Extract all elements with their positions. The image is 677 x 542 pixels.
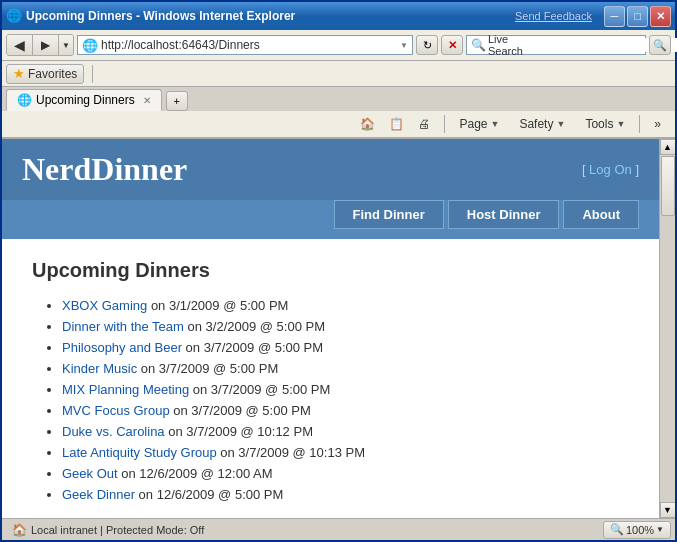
favorites-star-icon: ★ bbox=[13, 66, 25, 81]
nerd-main-content: Upcoming Dinners XBOX Gaming on 3/1/2009… bbox=[2, 239, 659, 518]
page-title: Upcoming Dinners bbox=[32, 259, 629, 282]
list-item: Geek Dinner on 12/6/2009 @ 5:00 PM bbox=[62, 487, 629, 502]
dinner-detail: on 3/7/2009 @ 10:12 PM bbox=[165, 424, 313, 439]
list-item: XBOX Gaming on 3/1/2009 @ 5:00 PM bbox=[62, 298, 629, 313]
print-button[interactable]: 🖨 bbox=[412, 113, 436, 135]
command-bar: 🏠 📋 🖨 Page ▼ Safety ▼ Tools ▼ » bbox=[2, 111, 675, 139]
scroll-down-button[interactable]: ▼ bbox=[660, 502, 676, 518]
browser-window: 🌐 Upcoming Dinners - Windows Internet Ex… bbox=[0, 0, 677, 542]
tab-bar: 🌐 Upcoming Dinners ✕ + bbox=[2, 87, 675, 111]
address-dropdown[interactable]: ▼ bbox=[400, 41, 408, 50]
window-title: Upcoming Dinners - Windows Internet Expl… bbox=[26, 9, 511, 23]
about-nav-button[interactable]: About bbox=[563, 200, 639, 229]
browser-icon: 🌐 bbox=[6, 8, 22, 24]
dinner-detail: on 3/1/2009 @ 5:00 PM bbox=[147, 298, 288, 313]
home-button[interactable]: 🏠 bbox=[354, 113, 381, 135]
login-bracket-close: ] bbox=[632, 162, 639, 177]
scrollbar-track bbox=[660, 155, 676, 502]
login-area: [ Log On ] bbox=[582, 162, 639, 177]
cmd-overflow-button[interactable]: » bbox=[648, 113, 667, 135]
title-bar: 🌐 Upcoming Dinners - Windows Internet Ex… bbox=[2, 2, 675, 30]
cmd-sep-1 bbox=[444, 115, 445, 133]
favorites-bar: ★ Favorites bbox=[2, 61, 675, 87]
scroll-up-button[interactable]: ▲ bbox=[660, 139, 676, 155]
favorites-button[interactable]: ★ Favorites bbox=[6, 64, 84, 84]
forward-button[interactable]: ▶ bbox=[33, 34, 59, 56]
dinner-link[interactable]: Geek Out bbox=[62, 466, 118, 481]
fav-separator bbox=[92, 65, 93, 83]
nerd-nav: Find Dinner Host Dinner About bbox=[2, 200, 659, 239]
favorites-label: Favorites bbox=[28, 67, 77, 81]
nerd-dinner-logo: NerdDinner bbox=[22, 151, 187, 188]
zone-icon: 🏠 bbox=[12, 523, 27, 537]
tab-label: Upcoming Dinners bbox=[36, 93, 135, 107]
tools-menu-button[interactable]: Tools ▼ bbox=[579, 113, 631, 135]
dinner-detail: on 3/7/2009 @ 10:13 PM bbox=[217, 445, 365, 460]
zoom-button[interactable]: 🔍 100% ▼ bbox=[603, 521, 671, 539]
host-dinner-nav-button[interactable]: Host Dinner bbox=[448, 200, 560, 229]
stop-button[interactable]: ✕ bbox=[441, 35, 463, 55]
search-go-button[interactable]: 🔍 bbox=[649, 35, 671, 55]
dinner-detail: on 3/7/2009 @ 5:00 PM bbox=[170, 403, 311, 418]
list-item: MIX Planning Meeting on 3/7/2009 @ 5:00 … bbox=[62, 382, 629, 397]
address-bar: 🌐 http://localhost:64643/Dinners ▼ ↻ ✕ bbox=[77, 34, 463, 56]
status-zone: 🏠 Local intranet | Protected Mode: Off bbox=[6, 523, 603, 537]
dinner-link[interactable]: Geek Dinner bbox=[62, 487, 135, 502]
dinner-link[interactable]: Dinner with the Team bbox=[62, 319, 184, 334]
close-button[interactable]: ✕ bbox=[650, 6, 671, 27]
nerd-dinner-page: NerdDinner [ Log On ] Find Dinner Host D… bbox=[2, 139, 659, 518]
dinner-detail: on 3/7/2009 @ 5:00 PM bbox=[182, 340, 323, 355]
dinner-detail: on 3/7/2009 @ 5:00 PM bbox=[189, 382, 330, 397]
address-icon: 🌐 bbox=[82, 38, 98, 53]
new-tab-button[interactable]: + bbox=[166, 91, 188, 111]
dinner-link[interactable]: MIX Planning Meeting bbox=[62, 382, 189, 397]
minimize-button[interactable]: ─ bbox=[604, 6, 625, 27]
dinner-link[interactable]: Duke vs. Carolina bbox=[62, 424, 165, 439]
live-search-label: Live Search bbox=[488, 33, 523, 57]
dinner-link[interactable]: Philosophy and Beer bbox=[62, 340, 182, 355]
window-controls: ─ □ ✕ bbox=[604, 6, 671, 27]
page-dropdown-icon: ▼ bbox=[491, 119, 500, 129]
status-bar: 🏠 Local intranet | Protected Mode: Off 🔍… bbox=[2, 518, 675, 540]
dinner-list: XBOX Gaming on 3/1/2009 @ 5:00 PM Dinner… bbox=[32, 298, 629, 502]
search-area: 🔍 Live Search ▼ 🔍 bbox=[466, 34, 671, 56]
status-right: 🔍 100% ▼ bbox=[603, 521, 671, 539]
nav-dropdown-button[interactable]: ▼ bbox=[59, 34, 73, 56]
tools-dropdown-icon: ▼ bbox=[616, 119, 625, 129]
browser-content: NerdDinner [ Log On ] Find Dinner Host D… bbox=[2, 139, 675, 518]
send-feedback-link[interactable]: Send Feedback bbox=[515, 10, 592, 22]
maximize-button[interactable]: □ bbox=[627, 6, 648, 27]
live-search-icon: 🔍 bbox=[471, 38, 486, 52]
status-text: Local intranet | Protected Mode: Off bbox=[31, 524, 204, 536]
safety-menu-button[interactable]: Safety ▼ bbox=[513, 113, 571, 135]
page-content: NerdDinner [ Log On ] Find Dinner Host D… bbox=[2, 139, 659, 518]
dinner-link[interactable]: Kinder Music bbox=[62, 361, 137, 376]
toolbar-area: ◀ ▶ ▼ 🌐 http://localhost:64643/Dinners ▼… bbox=[2, 30, 675, 61]
list-item: Philosophy and Beer on 3/7/2009 @ 5:00 P… bbox=[62, 340, 629, 355]
list-item: Geek Out on 12/6/2009 @ 12:00 AM bbox=[62, 466, 629, 481]
vertical-scrollbar: ▲ ▼ bbox=[659, 139, 675, 518]
dinner-link[interactable]: MVC Focus Group bbox=[62, 403, 170, 418]
feeds-button[interactable]: 📋 bbox=[383, 113, 410, 135]
address-box: 🌐 http://localhost:64643/Dinners ▼ bbox=[77, 35, 413, 55]
nav-bar: ◀ ▶ ▼ 🌐 http://localhost:64643/Dinners ▼… bbox=[6, 33, 671, 57]
dinner-link[interactable]: XBOX Gaming bbox=[62, 298, 147, 313]
refresh-button[interactable]: ↻ bbox=[416, 35, 438, 55]
list-item: Dinner with the Team on 3/2/2009 @ 5:00 … bbox=[62, 319, 629, 334]
find-dinner-nav-button[interactable]: Find Dinner bbox=[334, 200, 444, 229]
list-item: Late Antiquity Study Group on 3/7/2009 @… bbox=[62, 445, 629, 460]
dinner-link[interactable]: Late Antiquity Study Group bbox=[62, 445, 217, 460]
search-box: 🔍 Live Search ▼ bbox=[466, 35, 646, 55]
scrollbar-thumb[interactable] bbox=[661, 156, 675, 216]
address-text[interactable]: http://localhost:64643/Dinners bbox=[101, 38, 400, 52]
back-forward-group: ◀ ▶ ▼ bbox=[6, 34, 74, 56]
zoom-dropdown-icon: ▼ bbox=[656, 525, 664, 534]
log-on-link[interactable]: Log On bbox=[589, 162, 632, 177]
list-item: MVC Focus Group on 3/7/2009 @ 5:00 PM bbox=[62, 403, 629, 418]
tab-upcoming-dinners[interactable]: 🌐 Upcoming Dinners ✕ bbox=[6, 89, 162, 111]
dinner-detail: on 12/6/2009 @ 12:00 AM bbox=[118, 466, 273, 481]
page-menu-button[interactable]: Page ▼ bbox=[453, 113, 505, 135]
tab-close-button[interactable]: ✕ bbox=[143, 95, 151, 106]
zoom-icon: 🔍 bbox=[610, 523, 624, 536]
back-button[interactable]: ◀ bbox=[7, 34, 33, 56]
